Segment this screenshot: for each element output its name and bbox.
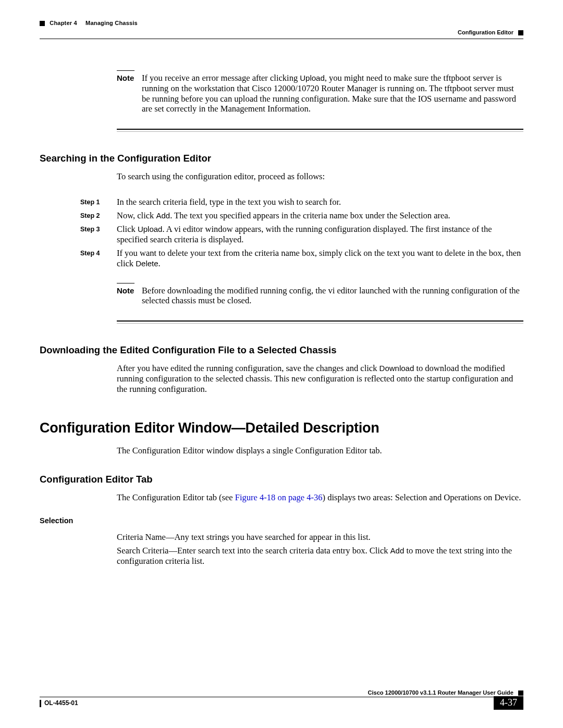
config-tab-body: The Configuration Editor tab (see Figure… — [117, 492, 523, 503]
upload-text: Upload — [300, 73, 325, 82]
note-label: Note — [117, 286, 142, 295]
chapter-title: Managing Chassis — [85, 20, 138, 26]
step-label: Step 4 — [80, 248, 117, 257]
section-title: Configuration Editor — [458, 29, 513, 35]
page: Chapter 4 Managing Chassis Configuration… — [0, 0, 563, 728]
header-left: Chapter 4 Managing Chassis — [40, 20, 523, 26]
download-body: After you have edited the running config… — [117, 363, 523, 394]
heading-downloading: Downloading the Edited Configuration Fil… — [40, 344, 523, 356]
h1-intro: The Configuration Editor window displays… — [117, 446, 523, 456]
step-row: Step 3 Click Upload. A vi editor window … — [80, 224, 523, 245]
footer-rule: OL-4455-01 4-37 — [40, 697, 523, 707]
delete-text: Delete — [136, 259, 158, 268]
footer-doc-id: OL-4455-01 — [40, 697, 78, 707]
add-text: Add — [390, 546, 405, 555]
page-footer: Cisco 12000/10700 v3.1.1 Router Manager … — [40, 689, 523, 707]
section-rule — [117, 129, 523, 132]
header-right: Configuration Editor — [458, 29, 523, 35]
page-header: Chapter 4 Managing Chassis Configuration… — [40, 20, 523, 39]
step-label: Step 2 — [80, 211, 117, 219]
note-rule — [117, 283, 134, 283]
chapter-label: Chapter 4 — [50, 20, 77, 26]
searching-intro: To search using the configuration editor… — [117, 171, 523, 182]
selection-p1: Criteria Name—Any text strings you have … — [117, 532, 523, 542]
upload-text: Upload — [138, 225, 163, 233]
heading-config-tab: Configuration Editor Tab — [40, 474, 523, 485]
page-number-badge: 4-37 — [494, 696, 523, 710]
add-text: Add — [156, 211, 170, 220]
content-area: Note If you receive an error message aft… — [40, 70, 523, 566]
step-row: Step 2 Now, click Add. The text you spec… — [80, 211, 523, 221]
step-row: Step 4 If you want to delete your text f… — [80, 248, 523, 269]
section-rule — [117, 320, 523, 324]
step-row: Step 1 In the search criteria field, typ… — [80, 197, 523, 207]
footer-bar-icon — [40, 700, 41, 707]
step-label: Step 3 — [80, 224, 117, 233]
note-block: Note If you receive an error message aft… — [117, 70, 523, 114]
download-text: Download — [380, 364, 414, 373]
step-body: Now, click Add. The text you specified a… — [117, 211, 523, 221]
note-text: If you receive an error message after cl… — [142, 73, 300, 83]
selection-body: Criteria Name—Any text strings you have … — [117, 532, 523, 566]
header-marker-icon — [40, 21, 45, 26]
step-label: Step 1 — [80, 197, 117, 206]
note-rule — [117, 70, 134, 71]
selection-p2: Search Criteria—Enter search text into t… — [117, 546, 523, 566]
steps-list: Step 1 In the search criteria field, typ… — [80, 197, 523, 269]
note-body: Before downloading the modified running … — [142, 286, 523, 306]
footer-marker-icon — [518, 690, 523, 696]
note-body: If you receive an error message after cl… — [142, 73, 523, 114]
note-block: Note Before downloading the modified run… — [117, 283, 523, 306]
note-label: Note — [117, 73, 142, 82]
header-marker-icon — [518, 30, 523, 35]
heading-selection: Selection — [40, 516, 523, 525]
figure-link[interactable]: Figure 4-18 on page 4-36 — [235, 492, 323, 502]
step-body: Click Upload. A vi editor window appears… — [117, 224, 523, 245]
step-body: If you want to delete your text from the… — [117, 248, 523, 269]
heading-detailed-description: Configuration Editor Window—Detailed Des… — [40, 420, 523, 436]
footer-guide: Cisco 12000/10700 v3.1.1 Router Manager … — [40, 689, 523, 696]
step-body: In the search criteria field, type in th… — [117, 197, 523, 207]
heading-searching: Searching in the Configuration Editor — [40, 153, 523, 164]
